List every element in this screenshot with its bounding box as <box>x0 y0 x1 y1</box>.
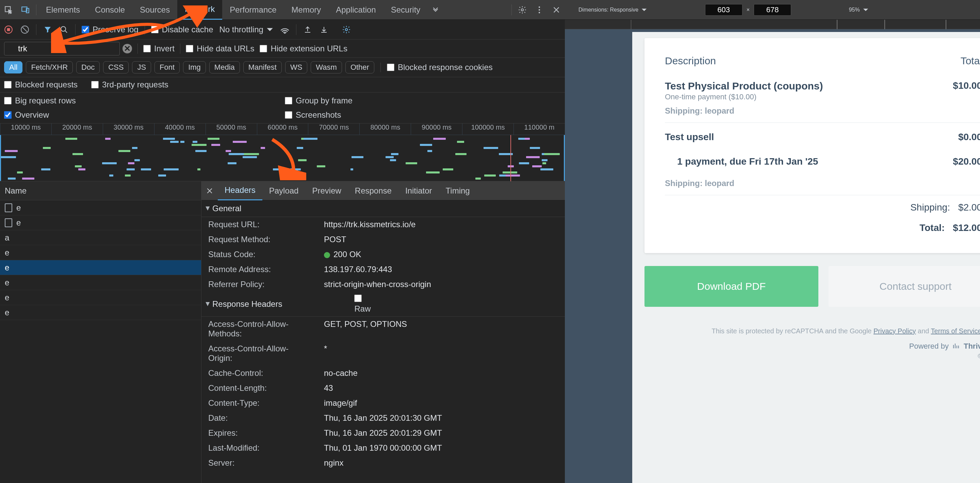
dimensions-select[interactable]: Dimensions: Responsive <box>579 7 647 13</box>
request-row[interactable]: a <box>0 230 201 245</box>
inspect-element-icon[interactable] <box>0 0 17 20</box>
timeline-bar <box>243 156 257 158</box>
hide-extension-urls-checkbox[interactable]: Hide extension URLs <box>259 44 347 53</box>
raw-checkbox[interactable]: Raw <box>354 295 371 314</box>
request-row[interactable]: e <box>0 200 201 215</box>
type-filter-js[interactable]: JS <box>132 61 151 73</box>
tab-sources[interactable]: Sources <box>132 0 177 20</box>
header-key: Last-Modified: <box>208 443 310 453</box>
type-filter-fetch-xhr[interactable]: Fetch/XHR <box>26 61 73 73</box>
tab-network[interactable]: Network <box>177 0 222 20</box>
responsive-preview-pane: Dimensions: Responsive × 95% Des <box>565 0 980 483</box>
blocked-cookies-checkbox[interactable]: Blocked response cookies <box>387 63 493 72</box>
requests-header[interactable]: Name <box>0 181 201 200</box>
header-key: Cache-Control: <box>208 369 310 378</box>
settings-gear-icon[interactable] <box>514 0 531 20</box>
header-kv-row: Content-Type:image/gif <box>202 396 565 411</box>
tab-console[interactable]: Console <box>88 0 132 20</box>
svg-point-5 <box>539 9 540 10</box>
throttling-select[interactable]: No throttling <box>219 25 273 34</box>
tab-application[interactable]: Application <box>328 0 383 20</box>
timeline-tick: 40000 ms <box>154 124 205 135</box>
header-key: Access-Control-Allow-Origin: <box>208 344 310 363</box>
timeline-bar <box>304 138 318 140</box>
timeline-bar <box>261 147 266 149</box>
description-header: Description <box>665 55 716 67</box>
timeline-bar <box>118 150 130 152</box>
network-conditions-icon[interactable] <box>280 24 290 35</box>
timeline-bar <box>125 175 130 176</box>
request-row[interactable]: e <box>0 305 201 320</box>
type-filter-css[interactable]: CSS <box>103 61 129 73</box>
screenshots-checkbox[interactable]: Screenshots <box>285 110 561 120</box>
zoom-select[interactable]: 95% <box>849 7 869 13</box>
filter-input[interactable] <box>4 42 120 56</box>
request-row[interactable]: e <box>0 290 201 305</box>
request-row[interactable]: e <box>0 275 201 290</box>
network-timeline[interactable]: 10000 ms20000 ms30000 ms40000 ms50000 ms… <box>0 124 565 181</box>
terms-link[interactable]: Terms of Service <box>931 327 980 335</box>
close-devtools-icon[interactable] <box>548 0 565 20</box>
timeline-tick: 70000 ms <box>308 124 360 135</box>
kebab-menu-icon[interactable] <box>531 0 548 20</box>
preserve-log-checkbox[interactable]: Preserve log <box>82 25 138 34</box>
timeline-bar <box>164 168 179 170</box>
network-settings-gear-icon[interactable] <box>341 24 352 35</box>
timeline-bar <box>544 153 560 155</box>
record-button-icon[interactable] <box>3 24 14 35</box>
header-kv-row: Server:nginx <box>202 456 565 470</box>
third-party-checkbox[interactable]: 3rd-party requests <box>91 80 169 89</box>
breakpoint-ruler[interactable] <box>565 20 980 29</box>
timeline-bar <box>503 172 517 173</box>
contact-support-button[interactable]: Contact support <box>829 266 980 307</box>
height-input[interactable] <box>754 4 791 16</box>
download-pdf-button[interactable]: Download PDF <box>644 266 818 307</box>
tab-memory[interactable]: Memory <box>284 0 329 20</box>
tab-security[interactable]: Security <box>383 0 428 20</box>
timeline-bar <box>476 178 481 180</box>
search-icon[interactable] <box>59 24 69 35</box>
more-tabs-icon[interactable] <box>428 0 445 20</box>
upload-icon[interactable] <box>302 24 313 35</box>
hide-data-urls-checkbox[interactable]: Hide data URLs <box>186 44 254 53</box>
request-row[interactable]: e <box>0 215 201 230</box>
type-filter-manifest[interactable]: Manifest <box>243 61 282 73</box>
general-section-header[interactable]: General <box>202 200 565 217</box>
detail-tab-headers[interactable]: Headers <box>218 181 262 200</box>
close-detail-icon[interactable] <box>202 187 218 194</box>
request-row[interactable]: e <box>0 245 201 260</box>
response-headers-section-header[interactable]: Response Headers <box>206 299 282 309</box>
tab-performance[interactable]: Performance <box>222 0 284 20</box>
type-filter-ws[interactable]: WS <box>285 61 307 73</box>
type-filter-font[interactable]: Font <box>154 61 180 73</box>
type-filter-doc[interactable]: Doc <box>76 61 100 73</box>
product-subtitle: One-time payment ($10.00) <box>665 92 980 102</box>
overview-checkbox[interactable]: Overview <box>4 110 280 120</box>
detail-tab-response[interactable]: Response <box>348 181 398 200</box>
privacy-policy-link[interactable]: Privacy Policy <box>873 327 916 335</box>
tab-elements[interactable]: Elements <box>38 0 88 20</box>
request-row[interactable]: e <box>0 260 201 275</box>
filter-funnel-icon[interactable] <box>43 24 53 35</box>
type-filter-media[interactable]: Media <box>209 61 240 73</box>
detail-tab-preview[interactable]: Preview <box>305 181 348 200</box>
clear-log-icon[interactable] <box>20 24 30 35</box>
blocked-requests-checkbox[interactable]: Blocked requests <box>4 80 78 89</box>
download-icon[interactable] <box>319 24 329 35</box>
clear-filter-icon[interactable]: ✕ <box>123 44 132 53</box>
big-rows-checkbox[interactable]: Big request rows <box>4 96 280 105</box>
detail-tab-timing[interactable]: Timing <box>439 181 477 200</box>
detail-tab-payload[interactable]: Payload <box>262 181 305 200</box>
type-filter-wasm[interactable]: Wasm <box>311 61 342 73</box>
group-frame-checkbox[interactable]: Group by frame <box>285 96 561 105</box>
type-filter-img[interactable]: Img <box>183 61 206 73</box>
width-input[interactable] <box>705 4 743 16</box>
disable-cache-checkbox[interactable]: Disable cache <box>151 25 213 34</box>
invert-checkbox[interactable]: Invert <box>143 44 175 53</box>
device-toolbar-icon[interactable] <box>17 0 34 20</box>
type-filter-all[interactable]: All <box>4 61 22 73</box>
header-key: Referrer Policy: <box>208 280 310 289</box>
type-filter-other[interactable]: Other <box>345 61 374 73</box>
timeline-bar <box>540 168 553 170</box>
detail-tab-initiator[interactable]: Initiator <box>398 181 439 200</box>
